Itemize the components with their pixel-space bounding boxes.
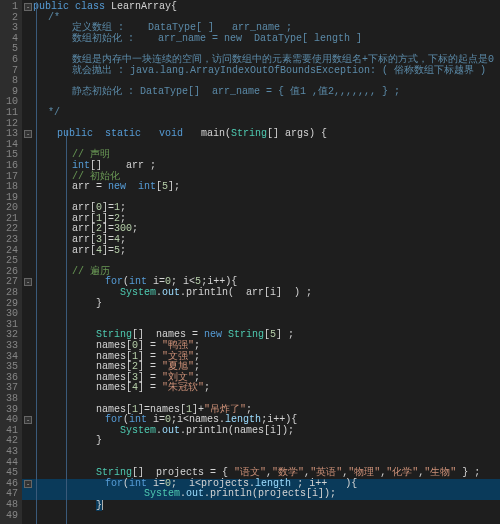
code-token: names[	[96, 404, 132, 415]
code-token: String	[231, 128, 267, 139]
code-line[interactable]: */	[22, 108, 500, 119]
indent	[24, 329, 96, 340]
code-token: length	[225, 414, 261, 425]
code-line[interactable]: arr[4]=5;	[22, 246, 500, 257]
code-token: [] names =	[132, 329, 204, 340]
code-line[interactable]: arr = new int[5];	[22, 182, 500, 193]
code-token: // 声明	[72, 149, 110, 160]
code-token: out	[186, 488, 204, 499]
code-token: ;i<names.	[171, 414, 225, 425]
indent	[33, 478, 105, 489]
code-token: "英语"	[310, 467, 342, 478]
code-token: i=	[147, 276, 165, 287]
line-number: 16	[2, 161, 18, 172]
line-number: 1	[2, 2, 18, 13]
code-token: public class	[33, 1, 105, 12]
code-line[interactable]: 就会抛出 : java.lang.ArrayIndexOutOfBoundsEx…	[22, 66, 500, 77]
code-token: out	[162, 425, 180, 436]
code-token: ;	[194, 340, 200, 351]
code-token: for	[105, 276, 123, 287]
indent	[24, 488, 144, 499]
code-token: ]+	[192, 404, 204, 415]
code-line[interactable]	[22, 97, 500, 108]
indent	[24, 245, 72, 256]
code-token: ;	[132, 223, 138, 234]
code-token: "吊炸了"	[204, 404, 246, 415]
line-number: 49	[2, 511, 18, 522]
code-token: out	[162, 287, 180, 298]
code-token: new	[204, 329, 228, 340]
code-token: ]=	[102, 213, 114, 224]
line-number: 6	[2, 55, 18, 66]
line-number: 38	[2, 394, 18, 405]
code-editor[interactable]: -public class LearnArray{ /* 定义数组 : Data…	[22, 0, 500, 524]
fold-icon[interactable]: -	[24, 480, 32, 488]
code-line[interactable]: }	[22, 299, 500, 310]
code-line[interactable]	[22, 309, 500, 320]
code-token: } ;	[456, 467, 480, 478]
code-line[interactable]	[22, 511, 500, 522]
code-token: [] arr ;	[90, 160, 156, 171]
code-line[interactable]: - public static void main(String[] args)…	[22, 129, 500, 140]
code-token: "化学"	[386, 467, 418, 478]
code-line[interactable]	[22, 447, 500, 458]
code-token: names[	[96, 382, 132, 393]
code-line[interactable]: names[4] = "朱冠软";	[22, 383, 500, 394]
indent	[24, 425, 120, 436]
code-token: length	[255, 478, 291, 489]
code-line[interactable]: 静态初始化 : DataType[] arr_name = { 值1 ,值2,,…	[22, 87, 500, 98]
code-token: "鸭强"	[162, 340, 194, 351]
fold-icon[interactable]: -	[24, 416, 32, 424]
code-line[interactable]: }	[22, 436, 500, 447]
indent	[24, 22, 72, 33]
code-token: ;	[194, 351, 200, 362]
code-token: i=	[147, 478, 165, 489]
fold-icon[interactable]: -	[24, 278, 32, 286]
fold-icon[interactable]: -	[24, 130, 32, 138]
indent	[24, 404, 96, 415]
text-cursor	[102, 500, 103, 510]
code-line[interactable]: System.out.println(projects[i]);	[22, 489, 500, 500]
code-token: ;i++){	[261, 414, 297, 425]
code-token: String	[96, 467, 132, 478]
code-token: ;	[246, 404, 252, 415]
code-line[interactable]: -public class LearnArray{	[22, 2, 500, 13]
indent-guide	[66, 130, 67, 524]
code-token: String	[228, 329, 264, 340]
code-token: ; i<	[171, 276, 195, 287]
indent	[24, 171, 72, 182]
code-token: System	[120, 287, 156, 298]
code-token: arr[	[72, 223, 96, 234]
indent	[24, 361, 96, 372]
indent	[24, 266, 72, 277]
indent	[24, 435, 96, 446]
indent	[24, 500, 96, 511]
code-token: ;	[120, 234, 126, 245]
code-token: 就会抛出 : java.lang.ArrayIndexOutOfBoundsEx…	[72, 65, 486, 76]
code-token: ] ;	[276, 329, 294, 340]
code-line[interactable]: }	[22, 500, 500, 511]
indent	[24, 33, 72, 44]
code-token: 静态初始化 : DataType[] arr_name = { 值1 ,值2,,…	[72, 86, 400, 97]
code-token: arr[	[72, 234, 96, 245]
code-token: ]=	[102, 202, 114, 213]
code-token: "数学"	[272, 467, 304, 478]
code-token: /*	[48, 12, 60, 23]
indent	[24, 351, 96, 362]
code-token: ;i++){	[201, 276, 237, 287]
code-token: ] =	[138, 340, 162, 351]
fold-icon[interactable]: -	[24, 3, 32, 11]
code-token: names[	[96, 351, 132, 362]
code-token: .println( arr[i] ) ;	[180, 287, 312, 298]
indent	[24, 467, 96, 478]
code-token: ]=	[102, 234, 114, 245]
code-line[interactable]: 数组初始化 : arr_name = new DataType[ length …	[22, 34, 500, 45]
indent	[24, 340, 96, 351]
code-token: // 初始化	[72, 171, 120, 182]
code-token: ]=names[	[138, 404, 186, 415]
code-token: [] args) {	[267, 128, 327, 139]
code-token: ];	[168, 181, 180, 192]
code-token: ;	[204, 382, 210, 393]
code-token: "语文"	[234, 467, 266, 478]
code-token: names[	[96, 340, 132, 351]
